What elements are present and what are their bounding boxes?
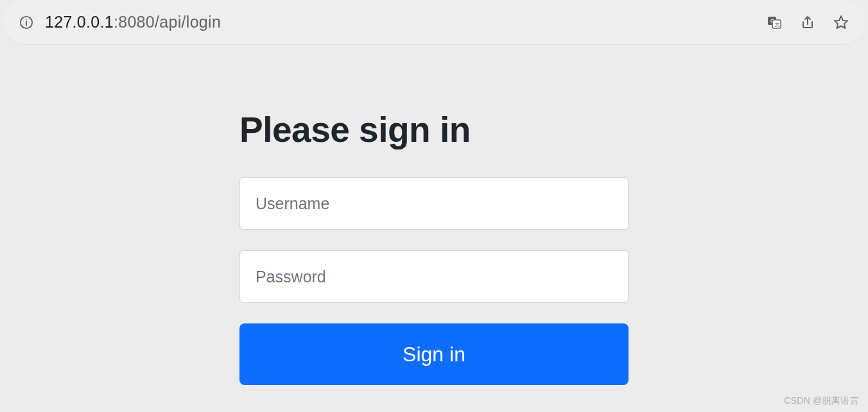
- login-form: Please sign in Sign in: [239, 109, 629, 385]
- browser-address-bar: 127.0.0.1:8080/api/login G 文: [3, 0, 865, 45]
- svg-text:G: G: [770, 18, 774, 24]
- password-input[interactable]: [239, 250, 629, 303]
- browser-toolbar-icons: G 文: [767, 15, 849, 30]
- page-content: Please sign in Sign in: [0, 45, 868, 385]
- page-title: Please sign in: [239, 109, 629, 150]
- info-icon[interactable]: [19, 15, 33, 30]
- star-icon[interactable]: [833, 15, 849, 30]
- url-path: :8080/api/login: [114, 13, 221, 31]
- translate-icon[interactable]: G 文: [767, 15, 782, 30]
- username-input[interactable]: [239, 177, 629, 230]
- svg-point-2: [26, 19, 26, 19]
- signin-button[interactable]: Sign in: [239, 323, 629, 385]
- share-icon[interactable]: [800, 15, 815, 30]
- svg-marker-7: [835, 16, 847, 28]
- url-display[interactable]: 127.0.0.1:8080/api/login: [45, 13, 755, 31]
- url-host: 127.0.0.1: [45, 13, 114, 31]
- watermark-text: CSDN @脱离语言: [784, 395, 859, 407]
- svg-text:文: 文: [775, 22, 780, 28]
